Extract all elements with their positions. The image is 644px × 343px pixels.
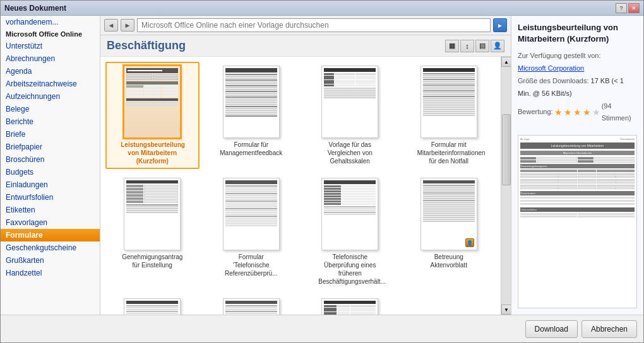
main-content: vorhandenem...Microsoft Office OnlineUnt…	[1, 16, 643, 315]
scroll-up-button[interactable]: ▲	[501, 57, 511, 67]
sidebar-item-briefe[interactable]: Briefe	[1, 128, 100, 141]
help-button[interactable]: ?	[616, 3, 627, 13]
title-bar-buttons: ? ✕	[616, 3, 640, 13]
sidebar-item-abrechnungen[interactable]: Abrechnungen	[1, 52, 100, 65]
template-item[interactable]: Formular 'Telefonische Referenzüberprü..…	[205, 174, 299, 289]
sidebar-item-vorhandenem[interactable]: vorhandenem...	[1, 16, 100, 28]
template-thumbnail	[124, 66, 181, 138]
template-thumbnail	[223, 178, 280, 250]
window-title: Neues Dokument	[4, 4, 66, 13]
templates-grid: Leistungsbeurteilung von Mitarbeitern (K…	[100, 57, 501, 315]
star-5: ★	[592, 105, 600, 120]
template-label: Vorlage für das Vergleichen von Gehaltss…	[318, 141, 381, 165]
template-thumbnail	[321, 178, 378, 250]
download-button[interactable]: Download	[525, 320, 578, 338]
forward-button[interactable]: ►	[121, 19, 134, 32]
template-item[interactable]: Formular mit Mitarbeiterinformationen fü…	[402, 62, 496, 169]
template-item[interactable]	[205, 294, 299, 315]
toolbar: ◄ ► ►	[100, 16, 511, 35]
sidebar-item-unterstutzt[interactable]: Unterstützt	[1, 40, 100, 52]
sidebar-item-agenda[interactable]: Agenda	[1, 65, 100, 78]
template-item[interactable]: 👤 Betreuung Aktenvorblatt	[402, 174, 496, 289]
sidebar-item-gruskarten[interactable]: Grußkarten	[1, 254, 100, 267]
template-label: Formular für Managementfeedback	[220, 141, 283, 157]
template-label: Formular mit Mitarbeiterinformationen fü…	[417, 141, 480, 165]
star-3: ★	[573, 105, 581, 120]
title-bar: Neues Dokument ? ✕	[1, 1, 643, 16]
back-button[interactable]: ◄	[104, 19, 118, 32]
scroll-down-button[interactable]: ▼	[501, 305, 511, 315]
template-thumbnail	[321, 66, 378, 138]
star-4: ★	[583, 105, 591, 120]
sidebar-item-microsoft-online[interactable]: Microsoft Office Online	[1, 28, 100, 40]
template-label: Leistungsbeurteilung von Mitarbeitern (K…	[121, 141, 184, 165]
sidebar-item-belege[interactable]: Belege	[1, 103, 100, 115]
template-thumbnail	[223, 298, 280, 315]
sidebar-item-etiketten[interactable]: Etiketten	[1, 204, 100, 216]
template-item[interactable]: Genehmigungsantrag für Einstellung	[105, 174, 200, 289]
rating-row: Bewertung: ★ ★ ★ ★ ★ (94 Stimmen)	[518, 100, 637, 125]
template-thumbnail	[124, 298, 181, 315]
bottom-bar: Download Abbrechen	[1, 315, 643, 342]
sidebar-item-faxvorlagen[interactable]: Faxvorlagen	[1, 216, 100, 229]
section-icons: ▦ ↕ ▤ 👤	[445, 40, 504, 52]
template-thumbnail	[223, 66, 280, 138]
search-input[interactable]	[137, 18, 491, 32]
cancel-button[interactable]: Abbrechen	[581, 320, 637, 338]
vertical-scrollbar[interactable]: ▲ ▼	[501, 57, 511, 315]
template-item[interactable]	[105, 294, 200, 315]
center-panel: ◄ ► ► Beschäftigung ▦ ↕ ▤ 👤	[100, 16, 511, 315]
sidebar-item-berichte[interactable]: Berichte	[1, 115, 100, 128]
main-window: Neues Dokument ? ✕ vorhandenem...Microso…	[0, 0, 644, 343]
sidebar-item-arbeitszeitnachweise[interactable]: Arbeitszeitnachweise	[1, 78, 100, 90]
section-title: Beschäftigung	[107, 39, 186, 52]
template-thumbnail	[420, 66, 477, 138]
template-label: Genehmigungsantrag für Einstellung	[121, 253, 184, 269]
scroll-thumb[interactable]	[502, 114, 511, 185]
rating-label: Bewertung:	[518, 106, 553, 119]
view-small-icon[interactable]: ▤	[475, 40, 489, 52]
sidebar-item-handzettel[interactable]: Handzettel	[1, 267, 100, 279]
template-thumbnail	[321, 298, 378, 315]
sidebar-item-geschenkgutscheine[interactable]: Geschenkgutscheine	[1, 241, 100, 254]
sort-icon[interactable]: ↕	[460, 40, 474, 52]
view-icon-1[interactable]: ▦	[445, 40, 459, 52]
right-panel-info: Zur Verfügung gestellt von: Microsoft Co…	[518, 50, 637, 125]
sidebar-item-einladungen[interactable]: Einladungen	[1, 178, 100, 191]
view-large-icon[interactable]: 👤	[491, 40, 504, 52]
template-thumbnail	[124, 178, 181, 250]
sidebar-item-briefpapier[interactable]: Briefpapier	[1, 141, 100, 153]
right-panel-title: Leistungsbeurteilung von Mitarbeitern (K…	[518, 22, 637, 45]
provided-by-row: Zur Verfügung gestellt von: Microsoft Co…	[518, 50, 637, 75]
sidebar: vorhandenem...Microsoft Office OnlineUnt…	[1, 16, 100, 315]
sidebar-item-broschuren[interactable]: Broschüren	[1, 153, 100, 166]
right-panel: Leistungsbeurteilung von Mitarbeitern (K…	[511, 16, 643, 315]
sidebar-item-aufzeichnungen[interactable]: Aufzeichnungen	[1, 90, 100, 103]
template-item[interactable]: Vorlage für das Vergleichen von Gehaltss…	[303, 62, 397, 169]
template-item[interactable]	[303, 294, 397, 315]
star-1: ★	[554, 105, 563, 120]
template-label: Betreuung Aktenvorblatt	[417, 253, 480, 269]
votes-count: (94 Stimmen)	[602, 100, 637, 125]
template-thumbnail: 👤	[420, 178, 477, 250]
sidebar-item-budgets[interactable]: Budgets	[1, 166, 100, 178]
template-item[interactable]: Leistungsbeurteilung von Mitarbeitern (K…	[105, 62, 200, 169]
template-label: Telefonische Überprüfung eines früheren …	[318, 253, 381, 286]
search-go-button[interactable]: ►	[493, 18, 507, 32]
template-preview: Ihr Logo Firmenname Leistungsbeurteilung…	[518, 135, 637, 308]
sidebar-item-entwurfsfolien[interactable]: Entwurfsfolien	[1, 191, 100, 204]
template-label: Formular 'Telefonische Referenzüberprü..…	[220, 253, 283, 277]
size-label: Größe des Downloads:	[518, 77, 589, 84]
star-2: ★	[564, 105, 572, 120]
provided-by-value[interactable]: Microsoft Corporation	[518, 64, 584, 72]
provided-by-label: Zur Verfügung gestellt von:	[518, 52, 600, 59]
sidebar-item-formulare[interactable]: Formulare	[1, 229, 100, 241]
scroll-track	[501, 67, 511, 305]
section-header: Beschäftigung ▦ ↕ ▤ 👤	[100, 35, 511, 57]
templates-wrapper: Leistungsbeurteilung von Mitarbeitern (K…	[100, 57, 511, 315]
close-button[interactable]: ✕	[628, 3, 640, 13]
template-item[interactable]: Formular für Managementfeedback	[205, 62, 299, 169]
template-item[interactable]: Telefonische Überprüfung eines früheren …	[303, 174, 397, 289]
size-row: Größe des Downloads: 17 KB (< 1 Min. @ 5…	[518, 75, 637, 100]
